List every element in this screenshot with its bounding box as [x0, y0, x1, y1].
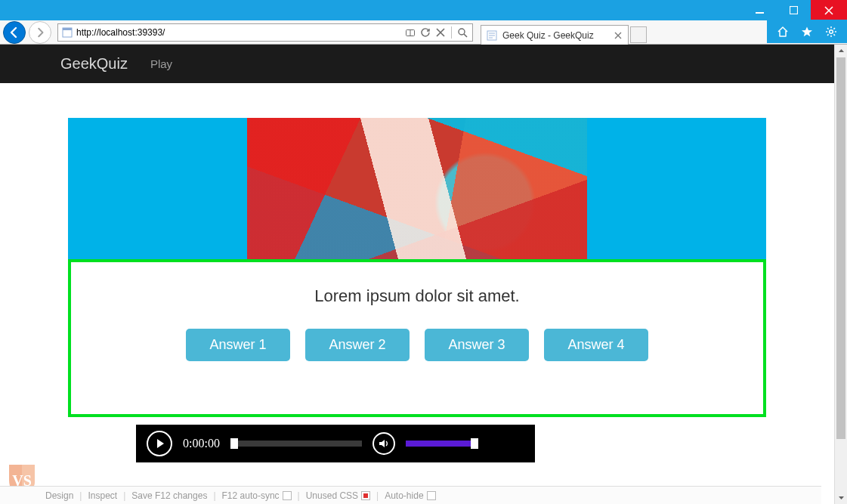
window-minimize-button[interactable]: [743, 0, 777, 20]
scroll-up-arrow[interactable]: [835, 45, 847, 57]
window-close-button[interactable]: [811, 0, 847, 20]
compat-view-icon[interactable]: [403, 26, 417, 39]
vertical-scrollbar[interactable]: [834, 45, 847, 504]
address-bar[interactable]: [57, 23, 473, 42]
browser-tab[interactable]: Geek Quiz - GeekQuiz: [481, 25, 629, 45]
svg-rect-1: [790, 7, 798, 14]
volume-button[interactable]: [372, 432, 395, 455]
devbar-save[interactable]: Save F12 changes: [131, 490, 207, 501]
autohide-checkbox[interactable]: [427, 491, 436, 500]
svg-point-5: [459, 29, 465, 35]
question-text: Lorem ipsum dolor sit amet.: [71, 286, 763, 306]
hero-banner: [68, 118, 766, 259]
tools-gear-icon[interactable]: [824, 25, 838, 39]
devbar-design[interactable]: Design: [45, 490, 73, 501]
svg-rect-0: [756, 12, 764, 14]
browser-tools: [767, 20, 847, 43]
svg-point-7: [830, 29, 833, 33]
browserlink-toolbar: Design | Inspect | Save F12 changes | F1…: [0, 486, 821, 504]
answer-button-3[interactable]: Answer 3: [425, 329, 529, 361]
unused-css-checkbox[interactable]: [361, 491, 370, 500]
devbar-autohide[interactable]: Auto-hide: [385, 490, 435, 501]
volume-thumb[interactable]: [471, 438, 478, 449]
autosync-checkbox[interactable]: [283, 491, 292, 500]
devbar-autosync[interactable]: F12 auto-sync: [222, 490, 292, 501]
devbar-inspect[interactable]: Inspect: [88, 490, 117, 501]
page-content: GeekQuiz Play Lorem ipsum dolor sit amet…: [0, 45, 834, 462]
question-card: Lorem ipsum dolor sit amet. Answer 1 Ans…: [68, 259, 766, 417]
seek-bar[interactable]: [230, 441, 362, 447]
window-titlebar: [0, 0, 847, 20]
svg-rect-3: [63, 28, 72, 30]
tab-strip: Geek Quiz - GeekQuiz: [481, 20, 647, 44]
answer-button-1[interactable]: Answer 1: [186, 329, 290, 361]
scroll-down-arrow[interactable]: [835, 491, 847, 504]
favorites-star-icon[interactable]: [800, 25, 814, 39]
nav-forward-button[interactable]: [29, 21, 51, 44]
new-tab-button[interactable]: [630, 26, 647, 43]
answers-row: Answer 1 Answer 2 Answer 3 Answer 4: [71, 329, 763, 361]
stop-icon[interactable]: [434, 26, 447, 39]
volume-bar[interactable]: [406, 441, 478, 447]
home-icon[interactable]: [776, 25, 790, 39]
nav-back-button[interactable]: [3, 21, 26, 44]
scrollbar-track[interactable]: [835, 57, 847, 491]
browser-toolbar: Geek Quiz - GeekQuiz: [0, 20, 847, 45]
window-maximize-button[interactable]: [777, 0, 811, 20]
media-player: 0:00:00: [136, 425, 535, 462]
scrollbar-thumb[interactable]: [836, 57, 845, 439]
play-button[interactable]: [147, 431, 172, 456]
url-input[interactable]: [76, 27, 400, 38]
browser-viewport: GeekQuiz Play Lorem ipsum dolor sit amet…: [0, 45, 847, 504]
site-navbar: GeekQuiz Play: [0, 45, 834, 83]
hero-image: [247, 118, 587, 259]
search-icon[interactable]: [456, 26, 469, 39]
nav-play-link[interactable]: Play: [150, 57, 172, 70]
timecode: 0:00:00: [183, 437, 220, 450]
refresh-icon[interactable]: [419, 26, 432, 39]
answer-button-2[interactable]: Answer 2: [305, 329, 410, 361]
site-brand[interactable]: GeekQuiz: [60, 55, 128, 73]
answer-button-4[interactable]: Answer 4: [544, 329, 648, 361]
devbar-unused[interactable]: Unused CSS: [306, 490, 370, 501]
tab-title: Geek Quiz - GeekQuiz: [502, 30, 594, 41]
tab-favicon-icon: [486, 29, 498, 42]
page-favicon-icon: [61, 26, 73, 39]
seek-thumb[interactable]: [230, 438, 238, 449]
tab-close-icon[interactable]: [613, 30, 623, 41]
